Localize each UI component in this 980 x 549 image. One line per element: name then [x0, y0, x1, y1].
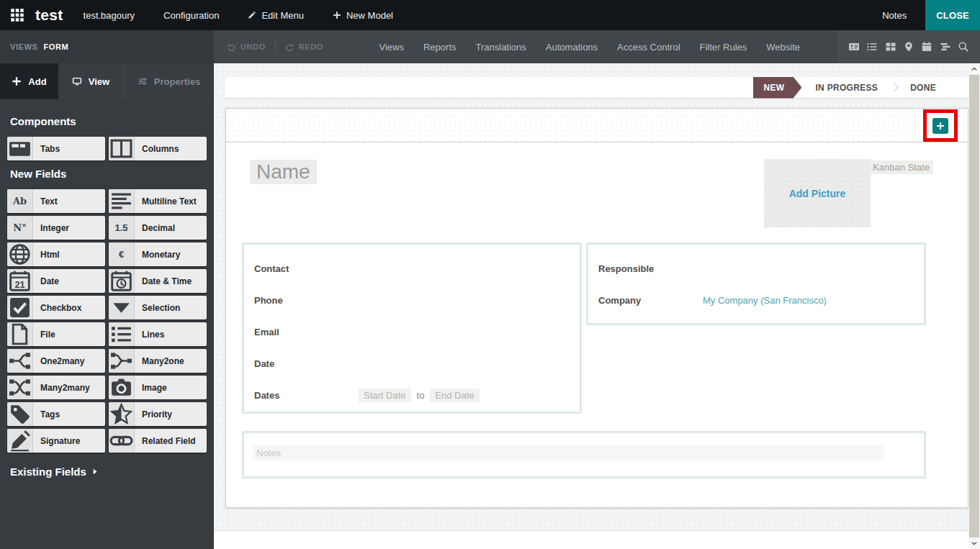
sliders-icon: [138, 76, 148, 86]
field-button-label: Tabs: [33, 137, 105, 160]
studio-menu-translations[interactable]: Translations: [476, 42, 526, 53]
close-button[interactable]: CLOSE: [925, 0, 980, 30]
button-bar: [226, 109, 968, 142]
field-label-responsible[interactable]: Responsible: [598, 263, 703, 274]
studio-menu-website[interactable]: Website: [766, 42, 800, 53]
field-label-contact[interactable]: Contact: [254, 263, 359, 274]
scrollbar-thumb[interactable]: [969, 75, 979, 537]
list-icon[interactable]: [866, 41, 878, 53]
gantt-icon[interactable]: [940, 41, 951, 53]
field-button-label: Date & Time: [135, 269, 207, 293]
scroll-down-button[interactable]: [968, 537, 980, 549]
field-button-signature[interactable]: Signature: [7, 429, 105, 453]
undo-icon: [227, 42, 236, 52]
selection-icon: [109, 296, 135, 319]
redo-button[interactable]: REDO: [285, 42, 323, 52]
left-group-row-phone: Phone: [244, 284, 580, 316]
pencil-icon: [248, 11, 256, 19]
field-button-label: Priority: [135, 402, 207, 426]
decimal-icon: 1.5: [109, 216, 135, 240]
vertical-scrollbar[interactable]: [968, 63, 980, 549]
field-button-priority[interactable]: Priority: [109, 402, 207, 426]
existing-fields-toggle[interactable]: Existing Fields: [10, 466, 204, 478]
sidebar-tab-add[interactable]: Add: [0, 63, 58, 99]
notes-field-placeholder[interactable]: Notes: [253, 445, 884, 460]
app-brand[interactable]: test: [35, 6, 63, 24]
field-label-phone[interactable]: Phone: [254, 295, 359, 306]
kanban-state-placeholder[interactable]: Kanban State: [869, 160, 933, 174]
checkbox-icon: [7, 296, 33, 319]
field-button-file[interactable]: File: [7, 322, 105, 346]
field-button-text[interactable]: AbText: [7, 189, 105, 213]
left-group-row-dates: DatesStart DatetoEnd Date: [244, 379, 580, 411]
apps-grid-icon[interactable]: [10, 8, 24, 22]
topbar-menu-configuration[interactable]: Configuration: [163, 10, 219, 21]
search-icon[interactable]: [958, 41, 969, 53]
field-button-monetary[interactable]: €Monetary: [109, 242, 207, 266]
field-button-tabs[interactable]: Tabs: [7, 137, 105, 160]
stage-in-progress[interactable]: IN PROGRESS: [804, 77, 889, 99]
field-button-many2one[interactable]: Many2one: [109, 349, 207, 373]
right-field-group: ResponsibleCompanyMy Company (San Franci…: [586, 242, 926, 325]
field-button-lines[interactable]: Lines: [109, 322, 207, 346]
undo-button[interactable]: UNDO: [227, 42, 266, 52]
field-button-one2many[interactable]: One2many: [7, 349, 105, 373]
field-button-label: Integer: [33, 216, 105, 240]
field-button-many2many[interactable]: Many2many: [7, 376, 105, 399]
field-button-multiline-text[interactable]: Multiline Text: [109, 189, 207, 213]
chevron-up-icon: [971, 65, 978, 73]
studio-menu-reports[interactable]: Reports: [423, 42, 457, 53]
field-button-label: Monetary: [135, 242, 207, 266]
name-field-placeholder[interactable]: Name: [250, 160, 317, 184]
component-grid: TabsColumns: [7, 137, 207, 160]
field-button-html[interactable]: Html: [7, 242, 105, 266]
sidebar-tab-view[interactable]: View: [58, 63, 123, 99]
field-button-label: Lines: [135, 322, 207, 346]
end-date-placeholder[interactable]: End Date: [430, 389, 479, 402]
stage-done[interactable]: DONE: [899, 77, 947, 99]
field-button-integer[interactable]: N°Integer: [7, 216, 105, 240]
add-button[interactable]: [932, 118, 948, 134]
studio-menu-filter-rules[interactable]: Filter Rules: [700, 42, 747, 53]
form-editor-canvas: NEWIN PROGRESSDONE Name Kanban State Add…: [214, 63, 980, 549]
stage-new[interactable]: NEW: [753, 77, 802, 99]
section-title-components: Components: [10, 115, 204, 127]
map-pin-icon[interactable]: [903, 41, 914, 53]
kanban-icon[interactable]: [885, 41, 896, 53]
field-label-email[interactable]: Email: [254, 327, 359, 337]
field-label-company[interactable]: Company: [598, 295, 703, 306]
breadcrumb-section[interactable]: VIEWS: [10, 42, 37, 51]
field-button-label: Date: [33, 269, 105, 293]
field-button-date-time[interactable]: Date & Time: [109, 269, 207, 293]
topbar-menu-edit-menu[interactable]: Edit Menu: [248, 10, 304, 21]
id-card-icon[interactable]: [848, 41, 860, 53]
field-button-selection[interactable]: Selection: [109, 296, 207, 319]
field-button-related-field[interactable]: Related Field: [109, 429, 207, 453]
field-label-date[interactable]: Date: [254, 358, 359, 369]
field-button-label: Many2many: [33, 376, 105, 399]
scroll-up-button[interactable]: [968, 63, 980, 75]
right-group-row-responsible: Responsible: [588, 253, 924, 284]
field-button-checkbox[interactable]: Checkbox: [7, 296, 105, 319]
field-button-decimal[interactable]: 1.5Decimal: [109, 216, 207, 240]
notes-link[interactable]: Notes: [882, 10, 907, 21]
studio-menu-views[interactable]: Views: [379, 42, 404, 53]
add-picture-box[interactable]: Add Picture: [764, 159, 871, 227]
topbar-menu-new-model[interactable]: New Model: [333, 10, 393, 21]
multiline-icon: [109, 189, 135, 213]
studio-menu-automations[interactable]: Automations: [546, 42, 598, 53]
studio-menu-access-control[interactable]: Access Control: [617, 42, 680, 53]
field-button-date[interactable]: 21Date: [7, 269, 105, 293]
field-button-columns[interactable]: Columns: [109, 137, 207, 160]
field-button-image[interactable]: Image: [109, 376, 207, 399]
start-date-placeholder[interactable]: Start Date: [359, 389, 411, 402]
calendar-icon[interactable]: [921, 41, 932, 53]
field-value-company[interactable]: My Company (San Francisco): [703, 295, 914, 306]
field-label-dates[interactable]: Dates: [254, 390, 359, 401]
section-title-new-fields: New Fields: [10, 168, 204, 180]
field-value-dates[interactable]: Start DatetoEnd Date: [359, 389, 570, 402]
studio-sidebar: AddViewProperties ComponentsTabsColumnsN…: [0, 63, 214, 549]
topbar-menu-test-bagoury[interactable]: test.bagoury: [84, 10, 135, 21]
field-button-label: Selection: [135, 296, 207, 319]
field-button-tags[interactable]: Tags: [7, 402, 105, 426]
